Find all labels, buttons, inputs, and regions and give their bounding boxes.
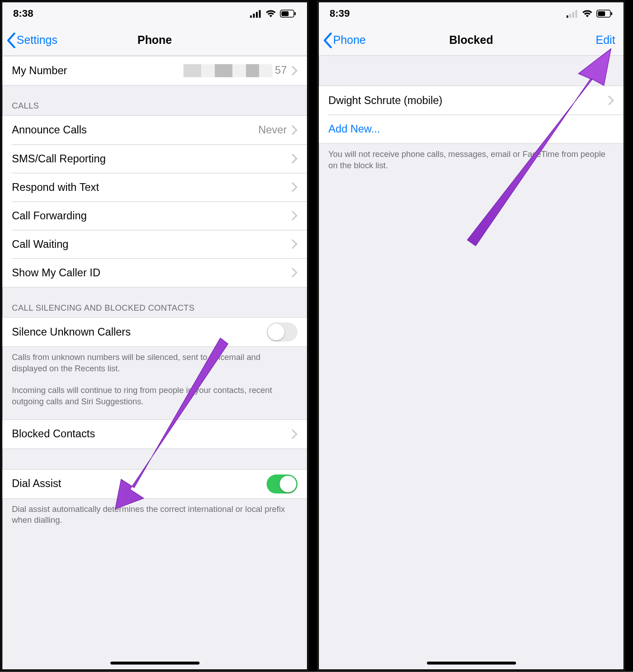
nav-bar: Phone Blocked Edit — [319, 25, 624, 56]
home-indicator[interactable] — [110, 662, 199, 665]
my-number-value: 57 — [184, 64, 287, 77]
my-number-row[interactable]: My Number 57 — [2, 57, 307, 85]
dial-assist-group: Dial Assist — [2, 469, 307, 499]
status-right — [250, 9, 296, 18]
svg-rect-5 — [282, 11, 289, 16]
chevron-right-icon — [292, 211, 298, 220]
dial-assist-toggle[interactable] — [267, 474, 298, 493]
dial-assist-footer: Dial assist automatically determines the… — [2, 499, 307, 530]
svg-rect-8 — [569, 14, 571, 18]
section-calls-header: CALLS — [2, 85, 307, 115]
status-time: 8:39 — [330, 8, 350, 19]
silence-unknown-row[interactable]: Silence Unknown Callers — [2, 318, 307, 346]
my-number-group: My Number 57 — [2, 56, 307, 85]
call-forwarding-row[interactable]: Call Forwarding — [2, 201, 307, 230]
chevron-right-icon — [292, 268, 298, 277]
battery-icon — [596, 9, 613, 18]
calls-group: Announce Calls Never SMS/Call Reporting … — [2, 115, 307, 288]
status-right — [567, 9, 613, 18]
svg-rect-9 — [572, 12, 574, 18]
status-bar: 8:39 — [319, 2, 624, 25]
chevron-right-icon — [608, 95, 614, 105]
chevron-right-icon — [292, 125, 298, 135]
blocked-footer: You will not receive phone calls, messag… — [319, 144, 624, 175]
svg-rect-1 — [253, 14, 255, 18]
blocked-contact-name: Dwight Schrute (mobile) — [328, 94, 608, 107]
wifi-icon — [582, 9, 593, 18]
blocked-list-group: Dwight Schrute (mobile) Add New... — [319, 85, 624, 144]
back-button[interactable]: Phone — [322, 25, 366, 55]
chevron-right-icon — [292, 66, 298, 76]
announce-calls-row[interactable]: Announce Calls Never — [2, 116, 307, 144]
svg-rect-0 — [250, 15, 252, 18]
chevron-right-icon — [292, 429, 298, 439]
status-bar: 8:38 — [2, 2, 307, 25]
chevron-right-icon — [292, 182, 298, 192]
section-silencing-header: CALL SILENCING AND BLOCKED CONTACTS — [2, 288, 307, 317]
call-waiting-label: Call Waiting — [12, 238, 292, 251]
announce-calls-value: Never — [258, 124, 287, 137]
call-waiting-row[interactable]: Call Waiting — [2, 230, 307, 258]
silence-group: Silence Unknown Callers — [2, 317, 307, 347]
nav-bar: Settings Phone — [2, 25, 307, 56]
svg-rect-6 — [294, 12, 296, 15]
svg-rect-10 — [576, 10, 577, 18]
svg-rect-7 — [567, 15, 568, 18]
cellular-icon — [567, 9, 578, 18]
svg-rect-12 — [598, 11, 605, 16]
back-label: Settings — [17, 33, 57, 47]
silence-footer-1: Calls from unknown numbers will be silen… — [2, 347, 307, 378]
svg-rect-13 — [611, 12, 612, 15]
silence-unknown-label: Silence Unknown Callers — [12, 326, 266, 338]
blocked-contacts-label: Blocked Contacts — [12, 428, 292, 440]
silence-unknown-toggle[interactable] — [267, 322, 298, 341]
silence-footer-2: Incoming calls will continue to ring fro… — [2, 378, 307, 411]
svg-rect-2 — [256, 12, 258, 18]
cellular-icon — [250, 9, 262, 18]
back-button[interactable]: Settings — [6, 25, 57, 55]
edit-button[interactable]: Edit — [596, 25, 615, 55]
dial-assist-row[interactable]: Dial Assist — [2, 469, 307, 498]
blocked-contacts-row[interactable]: Blocked Contacts — [2, 420, 307, 448]
chevron-right-icon — [292, 239, 298, 249]
nav-title: Blocked — [449, 33, 493, 47]
show-caller-id-label: Show My Caller ID — [12, 266, 292, 279]
svg-rect-3 — [259, 10, 261, 18]
redacted-number — [184, 64, 273, 77]
blocked-contact-row[interactable]: Dwight Schrute (mobile) — [319, 86, 624, 114]
status-time: 8:38 — [13, 8, 33, 19]
blocked-contacts-group: Blocked Contacts — [2, 419, 307, 449]
show-caller-id-row[interactable]: Show My Caller ID — [2, 258, 307, 287]
call-forwarding-label: Call Forwarding — [12, 209, 292, 222]
chevron-right-icon — [292, 154, 298, 163]
back-label: Phone — [333, 33, 366, 47]
sms-call-reporting-row[interactable]: SMS/Call Reporting — [2, 144, 307, 173]
add-new-label: Add New... — [328, 123, 614, 135]
my-number-label: My Number — [12, 64, 184, 77]
wifi-icon — [265, 9, 276, 18]
home-indicator[interactable] — [427, 662, 516, 665]
respond-with-text-row[interactable]: Respond with Text — [2, 173, 307, 201]
nav-title: Phone — [137, 33, 172, 47]
blocked-list-screen: 8:39 Phone Blocked Edit Dwight Schrute (… — [318, 1, 625, 671]
dial-assist-label: Dial Assist — [12, 478, 266, 490]
phone-settings-screen: 8:38 Settings Phone My Number 57 — [1, 1, 308, 671]
add-new-row[interactable]: Add New... — [319, 114, 624, 143]
sms-call-reporting-label: SMS/Call Reporting — [12, 152, 292, 165]
battery-icon — [280, 9, 297, 18]
announce-calls-label: Announce Calls — [12, 124, 258, 137]
respond-with-text-label: Respond with Text — [12, 181, 292, 194]
